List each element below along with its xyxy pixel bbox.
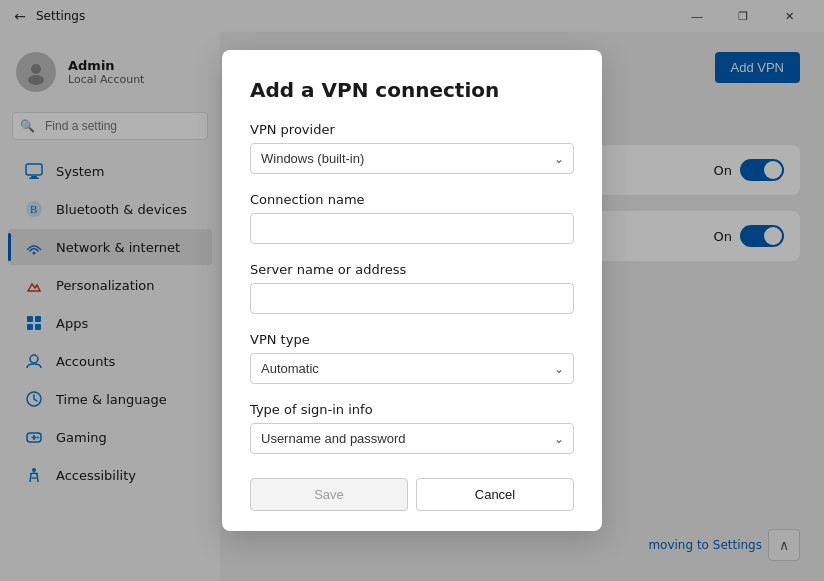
modal-title: Add a VPN connection [250, 78, 574, 102]
settings-window: ← Settings — ❐ ✕ Admin Local Account [0, 0, 824, 581]
connection-name-input[interactable] [250, 213, 574, 244]
vpn-provider-select[interactable]: Windows (built-in) [250, 143, 574, 174]
vpn-provider-label: VPN provider [250, 122, 574, 137]
vpn-provider-select-wrap: Windows (built-in) ⌄ [250, 143, 574, 174]
sign-in-label: Type of sign-in info [250, 402, 574, 417]
vpn-type-select-wrap: Automatic PPTP SSTP IKEv2 ⌄ [250, 353, 574, 384]
sign-in-group: Type of sign-in info Username and passwo… [250, 402, 574, 454]
vpn-type-label: VPN type [250, 332, 574, 347]
save-button[interactable]: Save [250, 478, 408, 511]
modal-overlay: Add a VPN connection VPN provider Window… [0, 0, 824, 581]
vpn-type-select[interactable]: Automatic PPTP SSTP IKEv2 [250, 353, 574, 384]
modal-footer: Save Cancel [250, 478, 574, 511]
server-name-label: Server name or address [250, 262, 574, 277]
connection-name-label: Connection name [250, 192, 574, 207]
vpn-type-group: VPN type Automatic PPTP SSTP IKEv2 ⌄ [250, 332, 574, 384]
sign-in-select-wrap: Username and password Certificate Smart … [250, 423, 574, 454]
server-name-input[interactable] [250, 283, 574, 314]
add-vpn-modal: Add a VPN connection VPN provider Window… [222, 50, 602, 531]
cancel-button[interactable]: Cancel [416, 478, 574, 511]
sign-in-select[interactable]: Username and password Certificate Smart … [250, 423, 574, 454]
server-name-group: Server name or address [250, 262, 574, 314]
connection-name-group: Connection name [250, 192, 574, 244]
vpn-provider-group: VPN provider Windows (built-in) ⌄ [250, 122, 574, 174]
